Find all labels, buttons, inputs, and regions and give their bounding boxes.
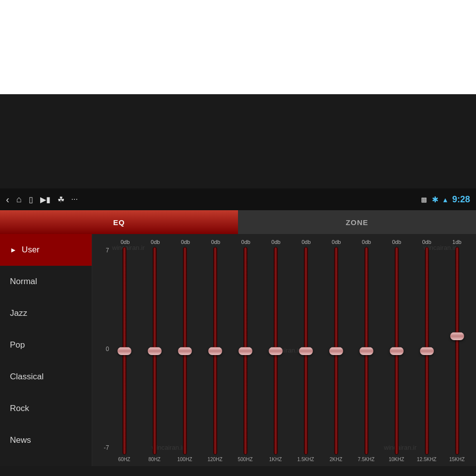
sidebar: ► User Normal Jazz Pop Classical Rock Ne…: [0, 234, 92, 466]
sidebar-item-rock[interactable]: Rock: [0, 393, 92, 424]
scale-top: 7: [96, 247, 109, 254]
sidebar-item-jazz[interactable]: Jazz: [0, 298, 92, 329]
slider-track-7[interactable]: [334, 247, 338, 455]
sidebar-item-pop[interactable]: Pop: [0, 329, 92, 361]
eq-slider-9[interactable]: [384, 247, 410, 455]
eq-slider-11[interactable]: [444, 247, 470, 455]
slider-handle-10[interactable]: [420, 347, 434, 355]
eq-slider-1[interactable]: [142, 247, 168, 455]
sidebar-label-rock: Rock: [10, 404, 29, 414]
db-label-8: 0db: [354, 239, 379, 245]
freq-label-1: 80HZ: [142, 457, 168, 462]
main-content: ► User Normal Jazz Pop Classical Rock Ne…: [0, 234, 476, 466]
scale-bot: -7: [96, 444, 109, 451]
eq-slider-2[interactable]: [172, 247, 198, 455]
slider-track-3[interactable]: [213, 247, 217, 455]
sliders-area: 7 0 -7 60HZ80HZ100HZ120HZ500HZ1KHZ1.5KHZ…: [96, 247, 472, 462]
tab-eq-label: EQ: [113, 218, 125, 227]
slider-track-10[interactable]: [425, 247, 429, 455]
db-label-0: 0db: [112, 239, 138, 245]
tab-eq[interactable]: EQ: [0, 210, 238, 234]
bag-icon: ☘: [58, 195, 64, 204]
sidebar-item-normal[interactable]: Normal: [0, 266, 92, 298]
slider-handle-3[interactable]: [208, 347, 222, 355]
home-button[interactable]: ⌂: [16, 194, 22, 205]
freq-label-8: 7.5KHZ: [354, 457, 379, 462]
freq-label-6: 1.5KHZ: [293, 457, 319, 462]
more-icon[interactable]: ···: [71, 195, 78, 204]
slider-track-6[interactable]: [304, 247, 308, 455]
slider-track-9[interactable]: [395, 247, 399, 455]
slider-handle-6[interactable]: [299, 347, 313, 355]
slider-handle-7[interactable]: [329, 347, 343, 355]
clock: 9:28: [452, 194, 470, 205]
scale-mid: 0: [96, 346, 109, 353]
freq-label-2: 100HZ: [172, 457, 198, 462]
tab-zone-label: ZONE: [346, 218, 368, 227]
slider-track-5[interactable]: [274, 247, 278, 455]
sidebar-item-news[interactable]: News: [0, 424, 92, 456]
freq-label-3: 120HZ: [202, 457, 228, 462]
wifi-icon: ▴: [443, 195, 447, 204]
freq-labels-row: 60HZ80HZ100HZ120HZ500HZ1KHZ1.5KHZ2KHZ7.5…: [109, 457, 472, 462]
slider-track-11[interactable]: [455, 247, 459, 455]
db-label-5: 0db: [263, 239, 289, 245]
status-bar-left: ‹ ⌂ ▯ ▶▮ ☘ ···: [6, 194, 78, 205]
freq-label-5: 1KHZ: [263, 457, 289, 462]
slider-handle-2[interactable]: [178, 347, 192, 355]
eq-slider-6[interactable]: [293, 247, 319, 455]
eq-slider-7[interactable]: [323, 247, 349, 455]
freq-label-11: 15KHZ: [444, 457, 470, 462]
db-label-3: 0db: [203, 239, 229, 245]
db-label-9: 0db: [384, 239, 410, 245]
freq-label-4: 500HZ: [233, 457, 258, 462]
slider-track-1[interactable]: [153, 247, 157, 455]
cast-icon: ▩: [421, 196, 427, 203]
slider-track-8[interactable]: [364, 247, 368, 455]
eq-slider-0[interactable]: [112, 247, 137, 455]
slider-handle-5[interactable]: [269, 347, 283, 355]
sidebar-item-classical[interactable]: Classical: [0, 361, 92, 393]
sidebar-label-normal: Normal: [10, 277, 37, 287]
slider-handle-0[interactable]: [118, 347, 131, 355]
slider-handle-8[interactable]: [359, 347, 373, 355]
back-button[interactable]: ‹: [6, 194, 9, 205]
db-label-4: 0db: [233, 239, 259, 245]
freq-label-0: 60HZ: [112, 457, 137, 462]
sidebar-item-user[interactable]: ► User: [0, 234, 92, 266]
sidebar-label-jazz: Jazz: [10, 308, 27, 318]
sidebar-label-news: News: [10, 435, 31, 445]
slider-handle-11[interactable]: [450, 332, 464, 340]
eq-slider-4[interactable]: [233, 247, 258, 455]
freq-label-9: 10KHZ: [384, 457, 410, 462]
slider-handle-1[interactable]: [148, 347, 162, 355]
eq-slider-8[interactable]: [354, 247, 379, 455]
tab-bar: EQ ZONE: [0, 210, 476, 234]
camera-icon: ▶▮: [40, 195, 51, 204]
eq-slider-5[interactable]: [263, 247, 289, 455]
slider-track-2[interactable]: [183, 247, 187, 455]
db-label-11: 1db: [444, 239, 470, 245]
sidebar-label-classical: Classical: [10, 372, 44, 382]
db-label-7: 0db: [323, 239, 349, 245]
db-label-2: 0db: [173, 239, 198, 245]
eq-slider-10[interactable]: [414, 247, 440, 455]
db-label-6: 0db: [293, 239, 319, 245]
tab-zone[interactable]: ZONE: [238, 210, 476, 234]
db-label-10: 0db: [414, 239, 440, 245]
db-label-1: 0db: [142, 239, 168, 245]
multitask-button[interactable]: ▯: [29, 195, 33, 204]
db-labels-row: 0db 0db 0db 0db 0db 0db 0db 0db 0db 0db …: [110, 239, 472, 245]
status-bar: ‹ ⌂ ▯ ▶▮ ☘ ··· ▩ ✱ ▴ 9:28: [0, 188, 476, 210]
slider-track-0[interactable]: [122, 247, 126, 455]
slider-handle-4[interactable]: [238, 347, 252, 355]
slider-track-4[interactable]: [243, 247, 247, 455]
eq-slider-3[interactable]: [202, 247, 228, 455]
sliders-and-freq: 60HZ80HZ100HZ120HZ500HZ1KHZ1.5KHZ2KHZ7.5…: [109, 247, 472, 462]
arrow-icon: ►: [10, 246, 17, 254]
sliders-row: [109, 247, 472, 455]
freq-label-10: 12.5KHZ: [414, 457, 440, 462]
eq-panel: wincairan.ir wincairan.ir wincairan.ir w…: [92, 234, 476, 466]
slider-handle-9[interactable]: [390, 347, 404, 355]
bluetooth-icon: ✱: [432, 195, 438, 204]
